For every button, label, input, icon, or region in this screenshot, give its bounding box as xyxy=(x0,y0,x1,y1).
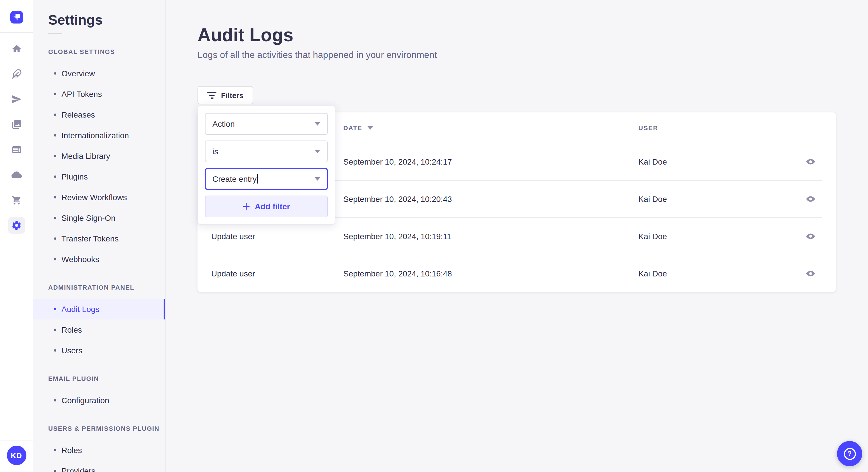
section-label: USERS & PERMISSIONS PLUGIN xyxy=(33,425,165,432)
sidebar-item-api-tokens[interactable]: API Tokens xyxy=(33,84,165,104)
sidebar-item-overview[interactable]: Overview xyxy=(33,63,165,84)
main-content: Audit Logs Logs of all the activities th… xyxy=(166,0,868,472)
feather-icon[interactable] xyxy=(4,61,29,87)
bullet-icon xyxy=(54,399,56,401)
paper-plane-icon[interactable] xyxy=(4,87,29,112)
bullet-icon xyxy=(54,175,56,178)
chevron-down-icon xyxy=(315,122,320,126)
cell-action: Update user xyxy=(211,231,343,241)
view-details-button[interactable] xyxy=(801,227,820,245)
sidebar-item-releases[interactable]: Releases xyxy=(33,104,165,125)
eye-icon xyxy=(805,268,816,278)
filters-button-label: Filters xyxy=(221,91,243,100)
sidebar-section-email-plugin: EMAIL PLUGIN Configuration xyxy=(33,374,165,411)
strapi-logo-icon[interactable] xyxy=(10,11,23,24)
filter-popover: Action is Create entry Add filter xyxy=(197,105,335,225)
cart-icon[interactable] xyxy=(4,188,29,213)
settings-gear-active-bg xyxy=(8,217,25,234)
rail-nav-items xyxy=(4,33,29,238)
filter-operator-select[interactable]: is xyxy=(205,140,328,162)
sidebar-item-admin-users[interactable]: Users xyxy=(33,340,165,361)
sidebar-title: Settings xyxy=(33,0,165,29)
add-filter-button[interactable]: Add filter xyxy=(205,196,328,217)
eye-icon xyxy=(805,194,816,204)
filter-field-select[interactable]: Action xyxy=(205,113,328,135)
table-row: Update user September 10, 2024, 10:16:48… xyxy=(197,255,836,292)
sidebar-item-up-roles[interactable]: Roles xyxy=(33,440,165,461)
sidebar-item-internationalization[interactable]: Internationalization xyxy=(33,125,165,146)
strapi-logo-mark xyxy=(13,14,20,21)
sidebar-item-transfer-tokens[interactable]: Transfer Tokens xyxy=(33,228,165,249)
chevron-down-icon xyxy=(315,177,320,181)
section-label: ADMINISTRATION PANEL xyxy=(33,283,165,291)
sort-desc-icon xyxy=(367,126,373,129)
filter-value-value: Create entry xyxy=(212,174,257,183)
bullet-icon xyxy=(54,470,56,472)
settings-gear-icon[interactable] xyxy=(4,213,29,238)
bullet-icon xyxy=(54,329,56,331)
user-avatar[interactable]: KD xyxy=(7,446,26,465)
column-header-user: USER xyxy=(639,124,799,131)
section-label: GLOBAL SETTINGS xyxy=(33,47,165,56)
help-button[interactable]: ? xyxy=(837,441,862,466)
cell-date: September 10, 2024, 10:19:11 xyxy=(343,231,639,241)
bullet-icon xyxy=(54,134,56,136)
view-details-button[interactable] xyxy=(801,190,820,208)
bullet-icon xyxy=(54,308,56,310)
filter-value-select[interactable]: Create entry xyxy=(205,168,328,190)
cloud-icon[interactable] xyxy=(4,162,29,188)
column-header-date[interactable]: DATE xyxy=(343,124,639,131)
rail-bottom: KD xyxy=(0,440,33,472)
sidebar-item-review-workflows[interactable]: Review Workflows xyxy=(33,187,165,208)
bullet-icon xyxy=(54,113,56,116)
page-subtitle: Logs of all the activities that happened… xyxy=(197,48,836,62)
bullet-icon xyxy=(54,72,56,74)
sidebar-item-webhooks[interactable]: Webhooks xyxy=(33,249,165,270)
bullet-icon xyxy=(54,449,56,451)
filter-icon xyxy=(207,92,216,99)
layout-icon[interactable] xyxy=(4,137,29,162)
sidebar-section-users-permissions-plugin: USERS & PERMISSIONS PLUGIN Roles Provide… xyxy=(33,425,165,472)
filter-operator-value: is xyxy=(212,147,218,156)
sidebar-item-media-library[interactable]: Media Library xyxy=(33,146,165,166)
sidebar-item-up-providers[interactable]: Providers xyxy=(33,461,165,472)
cell-user: Kai Doe xyxy=(639,231,799,241)
cell-action: Update user xyxy=(211,269,343,278)
bullet-icon xyxy=(54,258,56,260)
sidebar-item-email-configuration[interactable]: Configuration xyxy=(33,390,165,411)
view-details-button[interactable] xyxy=(801,264,820,282)
bullet-icon xyxy=(54,196,56,198)
section-label: EMAIL PLUGIN xyxy=(33,374,165,382)
cell-date: September 10, 2024, 10:20:43 xyxy=(343,194,639,203)
app-window: KD Settings GLOBAL SETTINGS Overview API… xyxy=(0,0,868,472)
filters-button[interactable]: Filters xyxy=(197,86,253,104)
question-mark-icon: ? xyxy=(844,448,856,460)
filter-field-value: Action xyxy=(212,119,235,129)
sidebar-section-global-settings: GLOBAL SETTINGS Overview API Tokens Rele… xyxy=(33,47,165,270)
cell-date: September 10, 2024, 10:16:48 xyxy=(343,269,639,278)
chevron-down-icon xyxy=(315,150,320,153)
cell-user: Kai Doe xyxy=(639,269,799,278)
text-cursor xyxy=(257,174,258,183)
eye-icon xyxy=(805,156,816,167)
rail-bottom-divider xyxy=(0,440,33,440)
eye-icon xyxy=(805,231,816,241)
cell-date: September 10, 2024, 10:24:17 xyxy=(343,157,639,166)
sidebar-item-plugins[interactable]: Plugins xyxy=(33,166,165,187)
add-filter-label: Add filter xyxy=(255,202,290,211)
cell-user: Kai Doe xyxy=(639,194,799,203)
sidebar-item-single-sign-on[interactable]: Single Sign-On xyxy=(33,208,165,228)
media-library-icon[interactable] xyxy=(4,112,29,137)
sidebar-item-audit-logs[interactable]: Audit Logs xyxy=(33,299,165,319)
home-icon[interactable] xyxy=(4,36,29,61)
bullet-icon xyxy=(54,93,56,95)
bullet-icon xyxy=(54,237,56,240)
sidebar-item-admin-roles[interactable]: Roles xyxy=(33,319,165,340)
nav-rail: KD xyxy=(0,0,33,472)
cell-user: Kai Doe xyxy=(639,157,799,166)
bullet-icon xyxy=(54,217,56,219)
page-title: Audit Logs xyxy=(197,23,836,47)
settings-sidebar: Settings GLOBAL SETTINGS Overview API To… xyxy=(33,0,166,472)
view-details-button[interactable] xyxy=(801,152,820,171)
bullet-icon xyxy=(54,349,56,351)
